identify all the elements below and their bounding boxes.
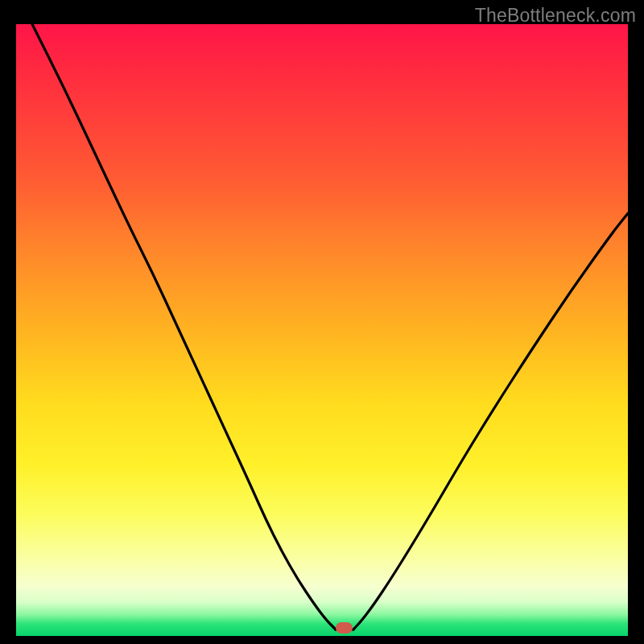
watermark-text: TheBottleneck.com (475, 5, 636, 27)
curve-right-branch (353, 213, 628, 630)
optimal-point-marker (336, 622, 353, 634)
curve-left-branch (32, 24, 336, 630)
chart-frame (16, 24, 628, 636)
bottleneck-curve (16, 24, 628, 636)
